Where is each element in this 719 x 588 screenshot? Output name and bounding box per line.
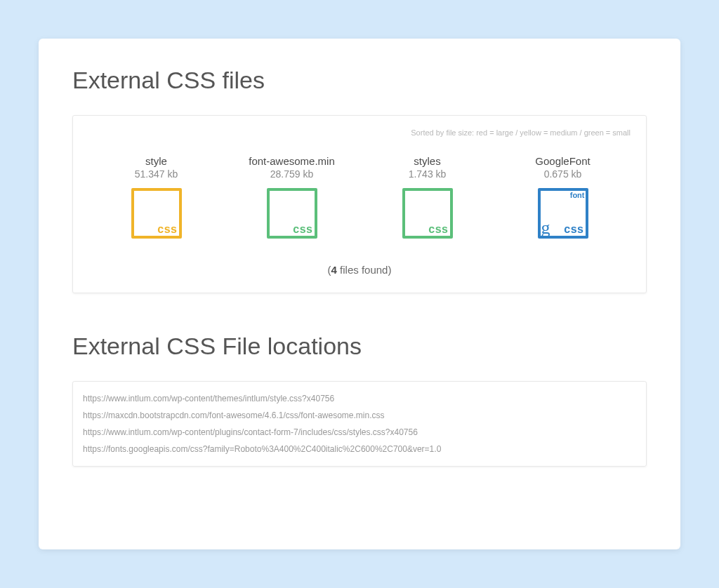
css-file-icon: css [224,188,360,239]
file-item: font-awesome.min 28.759 kb css [224,155,360,239]
section-title-locations: External CSS File locations [72,333,647,360]
files-found-label: (4 files found) [88,264,631,276]
file-name: styles [360,155,495,167]
google-font-icon: font g css [495,188,631,239]
main-card: External CSS files Sorted by file size: … [39,39,680,549]
css-icon-label: css [157,223,177,236]
section-title-css-files: External CSS files [72,67,647,94]
file-size: 28.759 kb [224,168,360,180]
file-name: font-awesome.min [224,155,360,167]
css-file-icon: css [360,188,495,239]
file-name: style [88,155,224,167]
font-tag: font [570,191,585,199]
file-size: 0.675 kb [495,168,631,180]
file-item: style 51.347 kb css [88,155,224,239]
css-icon-label: css [564,223,583,236]
file-size: 1.743 kb [360,168,495,180]
css-icon-label: css [293,223,312,236]
g-letter-icon: g [541,219,550,237]
files-row: style 51.347 kb css font-awesome.min 28.… [88,155,631,239]
file-name: GoogleFont [495,155,631,167]
location-url: https://maxcdn.bootstrapcdn.com/font-awe… [83,407,636,424]
location-url: https://www.intlum.com/wp-content/plugin… [83,424,636,441]
css-files-panel: Sorted by file size: red = large / yello… [72,115,647,293]
file-item: styles 1.743 kb css [360,155,495,239]
css-icon-label: css [428,223,448,236]
file-item: GoogleFont 0.675 kb font g css [495,155,631,239]
location-url: https://fonts.googleapis.com/css?family=… [83,441,636,457]
file-size: 51.347 kb [88,168,224,180]
css-file-icon: css [88,188,224,239]
sort-note: Sorted by file size: red = large / yello… [88,128,631,137]
location-url: https://www.intlum.com/wp-content/themes… [83,390,636,407]
locations-panel: https://www.intlum.com/wp-content/themes… [72,381,647,467]
